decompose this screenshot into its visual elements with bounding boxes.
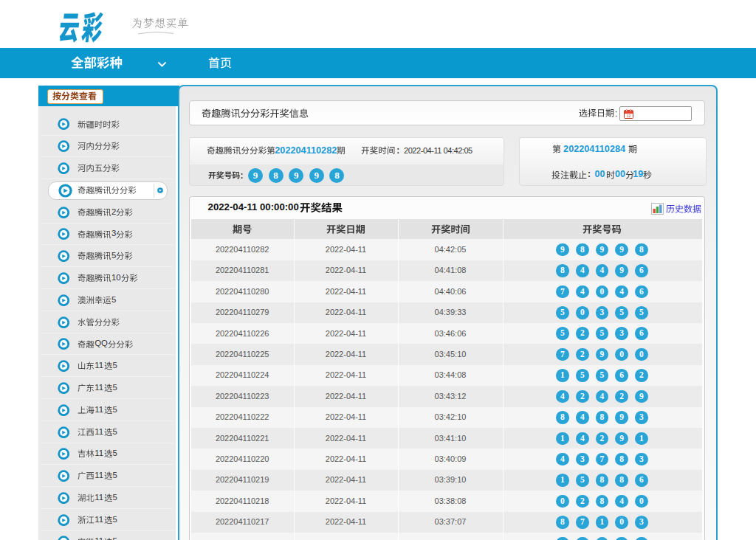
svg-text:12: 12 [627, 114, 631, 118]
